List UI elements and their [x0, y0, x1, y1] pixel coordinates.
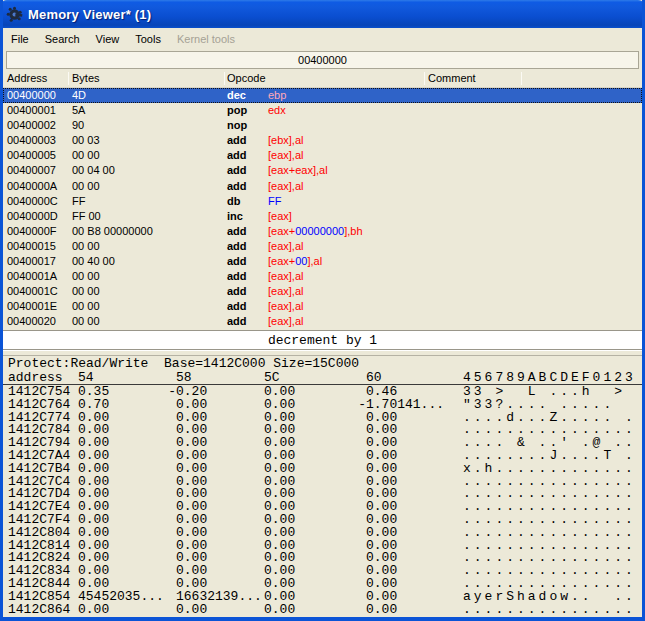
address-input[interactable]: 00400000	[6, 51, 639, 69]
disasm-row[interactable]: 004000004Ddecebp	[3, 88, 642, 103]
comment-bar[interactable]: decrement by 1	[3, 330, 642, 350]
disasm-row[interactable]: 0040000A00 00add[eax],al	[3, 179, 642, 194]
instruction-opcode: add	[227, 284, 247, 299]
disasm-row[interactable]: 0040001E00 00add[eax],al	[3, 299, 642, 314]
column-separator[interactable]	[424, 72, 425, 85]
memory-value: 0.00	[78, 604, 109, 617]
disasm-row[interactable]: 0040000DFF 00inc[eax]	[3, 209, 642, 224]
instruction-operand: [eax],al	[268, 314, 303, 329]
instruction-bytes: 4D	[72, 88, 86, 103]
menu-kernel-tools: Kernel tools	[169, 30, 243, 48]
disasm-col-address[interactable]: Address	[7, 72, 47, 84]
menu-view[interactable]: View	[88, 30, 128, 48]
operand-part: 00	[295, 255, 307, 267]
hex-col-60: 60	[366, 371, 382, 384]
memory-value: 0.00	[264, 604, 295, 617]
instruction-address: 00400005	[7, 148, 56, 163]
disasm-row[interactable]: 0040001A00 00add[eax],al	[3, 269, 642, 284]
disasm-row[interactable]: 0040000500 00add[eax],al	[3, 148, 642, 163]
hex-col-54: 54	[78, 371, 94, 384]
hex-column-header: address54585C60456789ABCDEF0123	[3, 371, 642, 385]
instruction-address: 00400007	[7, 163, 56, 178]
operand-part: [eax+eax],al	[268, 164, 328, 176]
hex-col-58: 58	[176, 371, 192, 384]
disasm-row[interactable]: 0040001500 00add[eax],al	[3, 239, 642, 254]
operand-part: [ebx],al	[268, 134, 303, 146]
instruction-address: 00400000	[7, 88, 56, 103]
instruction-bytes: 00 40 00	[72, 254, 115, 269]
instruction-address: 0040000F	[7, 224, 57, 239]
disasm-row[interactable]: 0040000700 04 00add[eax+eax],al	[3, 163, 642, 178]
hex-col-5C: 5C	[264, 371, 280, 384]
instruction-address: 00400003	[7, 133, 56, 148]
memory-region-info: Protect:Read/Write Base=1412C000 Size=15…	[8, 357, 359, 371]
instruction-bytes: 00 03	[72, 133, 100, 148]
operand-part: [eax],al	[268, 240, 303, 252]
disasm-row[interactable]: 0040000290nop	[3, 118, 642, 133]
instruction-operand: [eax],al	[268, 284, 303, 299]
disasm-row[interactable]: 0040002000 00add[eax],al	[3, 314, 642, 329]
instruction-opcode: add	[227, 133, 247, 148]
instruction-bytes: 00 B8 00000000	[72, 224, 153, 239]
column-separator[interactable]	[224, 72, 225, 85]
instruction-opcode: nop	[227, 118, 247, 133]
column-separator[interactable]	[68, 72, 69, 85]
menu-search[interactable]: Search	[37, 30, 88, 48]
window-title: Memory Viewer* (1)	[28, 7, 151, 22]
menu-file[interactable]: File	[3, 30, 37, 48]
instruction-address: 00400001	[7, 103, 56, 118]
disasm-row[interactable]: 0040001C00 00add[eax],al	[3, 284, 642, 299]
instruction-opcode: add	[227, 148, 247, 163]
operand-part: ],al	[307, 255, 322, 267]
instruction-operand: [eax],al	[268, 239, 303, 254]
instruction-address: 00400017	[7, 254, 56, 269]
address-bar: 00400000	[3, 50, 642, 70]
instruction-opcode: db	[227, 194, 240, 209]
disasm-row[interactable]: 0040000CFFdbFF	[3, 194, 642, 209]
operand-part: ebp	[268, 89, 286, 101]
instruction-opcode: add	[227, 179, 247, 194]
instruction-opcode: inc	[227, 209, 243, 224]
instruction-operand: edx	[268, 103, 286, 118]
disasm-row[interactable]: 0040000300 03add[ebx],al	[3, 133, 642, 148]
disasm-row[interactable]: 004000015Apopedx	[3, 103, 642, 118]
instruction-address: 00400002	[7, 118, 56, 133]
disasm-header: AddressBytesOpcodeComment	[3, 70, 642, 88]
title-bar[interactable]: Memory Viewer* (1)	[0, 0, 645, 28]
disasm-col-opcode[interactable]: Opcode	[227, 72, 266, 84]
operand-part: edx	[268, 104, 286, 116]
disasm-col-bytes[interactable]: Bytes	[72, 72, 100, 84]
instruction-bytes: FF 00	[72, 209, 101, 224]
instruction-bytes: 00 00	[72, 284, 100, 299]
hex-rows: 1412C7540.35-0.200.000.4633 > L ...h >14…	[3, 386, 642, 617]
instruction-address: 0040001C	[7, 284, 58, 299]
instruction-opcode: add	[227, 254, 247, 269]
instruction-bytes: 00 00	[72, 179, 100, 194]
instruction-opcode: pop	[227, 103, 247, 118]
memory-viewer-window: Memory Viewer* (1) FileSearchViewToolsKe…	[0, 0, 645, 621]
instruction-address: 0040000C	[7, 194, 58, 209]
memory-row[interactable]: 1412C8640.000.000.000.00................	[3, 604, 642, 617]
disasm-row[interactable]: 0040000F00 B8 00000000add[eax+00000000],…	[3, 224, 642, 239]
instruction-opcode: add	[227, 314, 247, 329]
instruction-bytes: 00 00	[72, 299, 100, 314]
instruction-bytes: 00 00	[72, 269, 100, 284]
menu-tools[interactable]: Tools	[127, 30, 169, 48]
column-separator[interactable]	[521, 72, 522, 85]
instruction-address: 00400015	[7, 239, 56, 254]
memory-value: 0.00	[176, 604, 207, 617]
menu-bar: FileSearchViewToolsKernel tools	[3, 28, 642, 50]
hex-view: Protect:Read/Write Base=1412C000 Size=15…	[3, 356, 642, 617]
instruction-opcode: dec	[227, 88, 246, 103]
disasm-col-comment[interactable]: Comment	[428, 72, 476, 84]
instruction-operand: [eax]	[268, 209, 292, 224]
instruction-address: 0040000A	[7, 179, 57, 194]
operand-part: [eax],al	[268, 285, 303, 297]
operand-part: [eax],al	[268, 300, 303, 312]
instruction-opcode: add	[227, 224, 247, 239]
disasm-row[interactable]: 0040001700 40 00add[eax+00],al	[3, 254, 642, 269]
instruction-opcode: add	[227, 239, 247, 254]
instruction-operand: [eax+00],al	[268, 254, 322, 269]
operand-part: FF	[268, 195, 281, 207]
instruction-address: 0040001A	[7, 269, 57, 284]
